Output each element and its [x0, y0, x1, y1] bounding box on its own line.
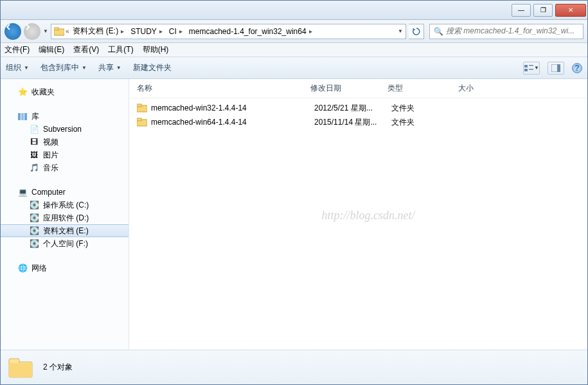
- chevron-right-icon: ▸: [179, 28, 183, 35]
- breadcrumb-segment[interactable]: 资料文档 (E:)▸: [70, 24, 127, 39]
- chevron-right-icon: ▸: [159, 28, 163, 35]
- svg-rect-7: [557, 64, 560, 72]
- column-name[interactable]: 名称: [137, 83, 310, 94]
- picture-icon: 🖼: [29, 150, 39, 160]
- organize-button[interactable]: 组织 ▼: [6, 62, 29, 73]
- svg-rect-10: [24, 113, 27, 120]
- svg-rect-16: [9, 359, 19, 364]
- forward-button[interactable]: [24, 23, 40, 40]
- menu-edit[interactable]: 编辑(E): [39, 44, 64, 55]
- sidebar-drive-f[interactable]: 💽个人空间 (F:): [1, 237, 129, 250]
- include-in-library-button[interactable]: 包含到库中 ▼: [40, 62, 87, 73]
- drive-icon: 💽: [29, 200, 39, 210]
- refresh-button[interactable]: [409, 24, 424, 39]
- music-icon: 🎵: [29, 163, 39, 173]
- cell-date: 2015/11/14 星期...: [314, 117, 391, 128]
- status-count: 2 个对象: [43, 362, 73, 373]
- breadcrumb-segment[interactable]: memcached-1.4_for_win32_win64▸: [186, 24, 315, 39]
- drive-icon: 💽: [29, 238, 39, 249]
- nav-bar: ▼ « 资料文档 (E:)▸ STUDY▸ CI▸ memcached-1.4_…: [1, 20, 587, 43]
- column-date[interactable]: 修改日期: [310, 83, 388, 94]
- libraries-icon: [17, 111, 28, 121]
- maximize-button[interactable]: ❐: [533, 4, 553, 17]
- svg-rect-17: [9, 363, 32, 377]
- menu-view[interactable]: 查看(V): [73, 44, 99, 55]
- search-icon: 🔍: [434, 27, 443, 36]
- back-button[interactable]: [4, 23, 21, 40]
- svg-rect-9: [21, 113, 24, 120]
- sidebar-drive-c[interactable]: 💽操作系统 (C:): [1, 199, 129, 211]
- sidebar-item-subversion[interactable]: 📄Subversion: [1, 123, 129, 136]
- network-icon: 🌐: [17, 263, 28, 273]
- drive-icon: 💽: [29, 213, 39, 223]
- command-bar: 组织 ▼ 包含到库中 ▼ 共享 ▼ 新建文件夹 ▼ ?: [1, 57, 587, 79]
- menu-file[interactable]: 文件(F): [4, 44, 30, 55]
- search-placeholder: 搜索 memcached-1.4_for_win32_wi...: [446, 26, 575, 37]
- menu-bar: 文件(F) 编辑(E) 查看(V) 工具(T) 帮助(H): [1, 43, 587, 57]
- address-bar[interactable]: « 资料文档 (E:)▸ STUDY▸ CI▸ memcached-1.4_fo…: [51, 24, 406, 39]
- file-rows: memcached-win32-1.4.4-14 2012/5/21 星期...…: [129, 98, 587, 132]
- path-dropdown-icon[interactable]: ▼: [398, 28, 403, 34]
- cell-name: memcached-win64-1.4.4-14: [151, 118, 314, 127]
- share-button[interactable]: 共享 ▼: [98, 62, 121, 73]
- svg-rect-14: [137, 118, 141, 121]
- table-row[interactable]: memcached-win32-1.4.4-14 2012/5/21 星期...…: [129, 101, 587, 115]
- column-headers: 名称 修改日期 类型 大小: [129, 79, 587, 98]
- sidebar-item-music[interactable]: 🎵音乐: [1, 161, 129, 174]
- preview-pane-button[interactable]: [548, 62, 564, 75]
- sidebar-drive-e[interactable]: 💽资料文档 (E:): [1, 224, 129, 237]
- cell-type: 文件夹: [391, 117, 462, 128]
- cell-name: memcached-win32-1.4.4-14: [151, 103, 314, 112]
- breadcrumb-segment[interactable]: CI▸: [166, 24, 185, 39]
- breadcrumb-segment[interactable]: STUDY▸: [128, 24, 165, 39]
- column-size[interactable]: 大小: [458, 83, 510, 94]
- folder-icon: [137, 103, 147, 113]
- cell-type: 文件夹: [391, 103, 462, 114]
- body: ⭐ 收藏夹 库 📄Subversion 🎞视频 🖼图片 🎵音乐 💻: [1, 79, 587, 350]
- history-dropdown-icon[interactable]: ▼: [43, 28, 48, 34]
- svg-rect-4: [524, 69, 528, 71]
- file-list-pane: 名称 修改日期 类型 大小 memcached-win32-1.4.4-14 2…: [129, 79, 587, 350]
- table-row[interactable]: memcached-win64-1.4.4-14 2015/11/14 星期..…: [129, 115, 587, 129]
- close-button[interactable]: ✕: [555, 4, 586, 17]
- chevron-right-icon: ▸: [309, 28, 312, 35]
- explorer-window: — ❐ ✕ ▼ « 资料文档 (E:)▸ STUDY▸ CI▸ memcache…: [0, 0, 588, 385]
- drive-icon: 💽: [29, 226, 39, 236]
- star-icon: ⭐: [17, 87, 28, 97]
- sidebar-favorites[interactable]: ⭐ 收藏夹: [1, 85, 129, 98]
- view-options-button[interactable]: ▼: [523, 62, 540, 75]
- sidebar-item-pictures[interactable]: 🖼图片: [1, 148, 129, 161]
- search-input[interactable]: 🔍 搜索 memcached-1.4_for_win32_wi...: [429, 24, 584, 39]
- document-icon: 📄: [29, 124, 39, 134]
- folder-icon: [137, 117, 147, 127]
- chevron-right-icon: ▸: [121, 28, 124, 35]
- sidebar-network[interactable]: 🌐 网络: [1, 262, 129, 274]
- svg-rect-2: [524, 65, 528, 67]
- menu-help[interactable]: 帮助(H): [143, 44, 169, 55]
- title-bar: — ❐ ✕: [1, 1, 587, 20]
- new-folder-button[interactable]: 新建文件夹: [133, 62, 172, 73]
- svg-rect-12: [137, 104, 141, 107]
- sidebar-item-videos[interactable]: 🎞视频: [1, 136, 129, 148]
- folder-icon: [54, 26, 64, 37]
- column-type[interactable]: 类型: [388, 83, 458, 94]
- cell-date: 2012/5/21 星期...: [314, 103, 391, 114]
- watermark-text: http://blog.csdn.net/: [321, 209, 414, 222]
- svg-rect-8: [18, 113, 21, 120]
- sidebar-computer[interactable]: 💻 Computer: [1, 186, 129, 199]
- navigation-pane: ⭐ 收藏夹 库 📄Subversion 🎞视频 🖼图片 🎵音乐 💻: [1, 79, 129, 350]
- svg-rect-1: [54, 28, 58, 30]
- status-bar: 2 个对象: [1, 350, 587, 384]
- svg-rect-3: [529, 65, 533, 66]
- sidebar-libraries[interactable]: 库: [1, 110, 129, 123]
- folder-icon: [7, 354, 34, 381]
- sidebar-drive-d[interactable]: 💽应用软件 (D:): [1, 211, 129, 224]
- svg-rect-5: [529, 69, 533, 70]
- chevron-left-icon[interactable]: «: [66, 28, 69, 35]
- minimize-button[interactable]: —: [512, 4, 531, 17]
- computer-icon: 💻: [17, 187, 28, 197]
- menu-tools[interactable]: 工具(T): [108, 44, 133, 55]
- video-icon: 🎞: [29, 137, 39, 147]
- help-icon[interactable]: ?: [572, 63, 582, 73]
